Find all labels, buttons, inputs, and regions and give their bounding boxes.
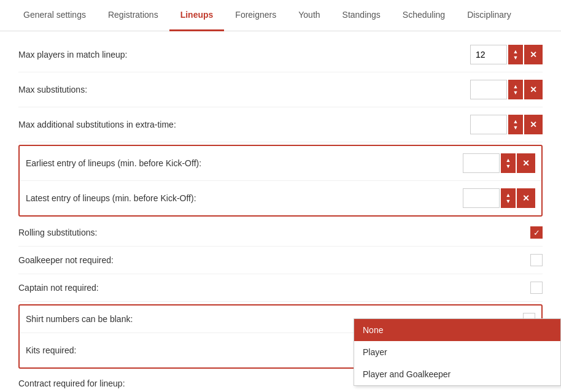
latest-entry-clear[interactable]: ✕ [517,188,535,208]
max-substitutions-label: Max substitutions: [18,85,470,94]
latest-entry-input[interactable] [463,188,500,208]
goalkeeper-checkbox[interactable] [530,254,543,266]
rolling-substitutions-row: Rolling substitutions: [18,219,543,247]
dropdown-option-player[interactable]: Player [354,341,560,363]
max-additional-clear[interactable]: ✕ [524,115,543,134]
max-players-input[interactable] [470,45,507,64]
rolling-substitutions-checkbox[interactable] [530,226,543,239]
max-additional-row: Max additional substitutions in extra-ti… [18,107,543,142]
max-substitutions-row: Max substitutions: ▲ ▼ ✕ [18,72,543,107]
tab-standings[interactable]: Standings [331,0,392,31]
max-players-row: Max players in match lineup: ▲ ▼ ✕ [18,37,543,72]
goalkeeper-label: Goalkeeper not required: [18,255,530,265]
arrow-up-icon: ▲ [513,119,519,125]
captain-control [530,282,543,294]
kits-dropdown: None Player Player and Goalkeeper [354,318,561,386]
max-players-control: ▲ ▼ ✕ [470,45,543,64]
earliest-entry-control: ▲ ▼ ✕ [463,153,535,173]
max-substitutions-spin[interactable]: ▲ ▼ [508,80,523,99]
content-area: Max players in match lineup: ▲ ▼ ✕ Max s… [0,31,561,392]
tab-foreigners[interactable]: Foreigners [224,0,287,31]
tabs-bar: General settings Registrations Lineups F… [0,0,561,31]
arrow-down-icon: ▼ [513,125,519,131]
max-players-label: Max players in match lineup: [18,50,470,60]
earliest-entry-input[interactable] [463,153,500,173]
arrow-down-icon: ▼ [506,164,511,169]
goalkeeper-control [530,254,543,266]
max-players-clear[interactable]: ✕ [524,45,543,64]
arrow-down-icon: ▼ [513,55,519,61]
tab-general-settings[interactable]: General settings [12,0,97,31]
earliest-entry-spin[interactable]: ▲ ▼ [501,153,516,173]
latest-entry-spin[interactable]: ▲ ▼ [501,188,516,208]
arrow-up-icon: ▲ [506,158,511,163]
arrow-up-icon: ▲ [506,193,511,198]
max-additional-control: ▲ ▼ ✕ [470,115,543,134]
captain-label: Captain not required: [18,283,530,293]
max-substitutions-input[interactable] [470,80,507,99]
captain-checkbox[interactable] [530,282,543,294]
tab-disciplinary[interactable]: Disciplinary [456,0,522,31]
earliest-entry-clear[interactable]: ✕ [517,153,535,173]
dropdown-option-none[interactable]: None [354,319,560,341]
earliest-entry-label: Earliest entry of lineups (min. before K… [26,158,463,168]
tab-youth[interactable]: Youth [287,0,331,31]
goalkeeper-row: Goalkeeper not required: [18,247,543,274]
dropdown-option-player-goalkeeper[interactable]: Player and Goalkeeper [354,363,560,385]
max-additional-spin[interactable]: ▲ ▼ [508,115,523,134]
tab-lineups[interactable]: Lineups [169,0,225,31]
max-additional-input[interactable] [470,115,507,134]
max-players-spin[interactable]: ▲ ▼ [508,45,523,64]
tab-registrations[interactable]: Registrations [97,0,169,31]
max-additional-label: Max additional substitutions in extra-ti… [18,120,470,129]
arrow-down-icon: ▼ [513,90,519,96]
arrow-up-icon: ▲ [513,49,519,55]
earliest-entry-row: Earliest entry of lineups (min. before K… [20,146,541,181]
latest-entry-row: Latest entry of lineups (min. before Kic… [20,181,541,215]
rolling-substitutions-control [530,226,543,239]
arrow-down-icon: ▼ [506,199,511,204]
latest-entry-label: Latest entry of lineups (min. before Kic… [26,193,463,203]
latest-entry-control: ▲ ▼ ✕ [463,188,535,208]
max-substitutions-control: ▲ ▼ ✕ [470,80,543,99]
rolling-substitutions-label: Rolling substitutions: [18,228,530,237]
arrow-up-icon: ▲ [513,84,519,90]
tab-scheduling[interactable]: Scheduling [392,0,456,31]
entry-lineups-group: Earliest entry of lineups (min. before K… [18,145,543,217]
max-substitutions-clear[interactable]: ✕ [524,80,543,99]
captain-row: Captain not required: [18,274,543,302]
